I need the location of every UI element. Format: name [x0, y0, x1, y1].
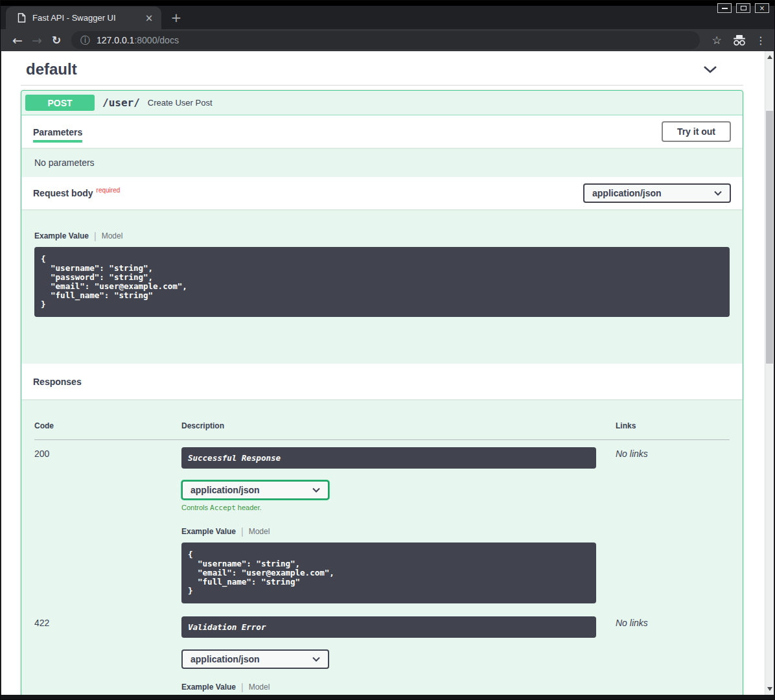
request-example-code: { "username": "string", "password": "str…: [34, 247, 730, 317]
method-badge: POST: [25, 95, 95, 111]
response-description-cell: Validation Error application/json Exampl…: [181, 616, 616, 695]
scroll-up-icon[interactable]: [767, 55, 772, 59]
tab-parameters[interactable]: Parameters: [33, 117, 82, 146]
note-suffix: header.: [236, 504, 262, 511]
minimize-icon: [722, 8, 728, 9]
response-description-bar: Validation Error: [181, 616, 596, 638]
operation-path: /user/: [102, 97, 140, 109]
response-links: No links: [616, 447, 730, 603]
column-description: Description: [181, 421, 616, 430]
column-code: Code: [34, 421, 181, 430]
request-body-header: Request bodyrequired application/json: [21, 177, 743, 209]
url-path: :8000/docs: [134, 35, 179, 45]
opblock-post-user: POST /user/ Create User Post Parameters …: [21, 90, 743, 695]
try-it-out-button[interactable]: Try it out: [662, 121, 731, 142]
tab-example-value[interactable]: Example Value: [181, 682, 236, 692]
tab-strip: Fast API - Swagger UI × + ×: [1, 1, 774, 29]
parameters-label: Parameters: [33, 127, 82, 137]
note-prefix: Controls: [181, 504, 210, 511]
site-info-icon[interactable]: ⓘ: [80, 34, 90, 47]
response-example-code: { "username": "string", "email": "user@e…: [181, 542, 596, 603]
browser-menu-icon[interactable]: ⋮: [754, 34, 767, 47]
tag-section-title: default: [26, 60, 77, 78]
tab-separator: |: [241, 526, 244, 537]
browser-tab[interactable]: Fast API - Swagger UI ×: [6, 6, 161, 29]
parameters-header: Parameters Try it out: [21, 115, 743, 148]
accept-media-type-select[interactable]: application/json: [181, 480, 329, 500]
new-tab-button[interactable]: +: [168, 9, 185, 26]
toolbar-actions: ☆ ⋮: [709, 34, 767, 47]
chevron-down-icon[interactable]: [703, 65, 717, 73]
browser-toolbar: ← → ↻ ⓘ 127.0.0.1 :8000/docs ☆ ⋮: [1, 29, 774, 51]
forward-icon[interactable]: →: [27, 34, 47, 47]
tab-separator: |: [241, 682, 244, 692]
request-media-type-value: application/json: [592, 188, 662, 198]
active-tab-underline: [33, 140, 82, 143]
response-code: 200: [34, 447, 181, 603]
accept-header-note: Controls Accept header.: [181, 504, 616, 512]
chevron-down-icon: [312, 487, 320, 493]
back-icon[interactable]: ←: [8, 34, 27, 47]
scroll-down-icon[interactable]: [767, 687, 772, 691]
tab-model[interactable]: Model: [102, 231, 123, 240]
response-row-422: 422 Validation Error application/json Ex…: [34, 603, 730, 695]
model-example-tabs: Example Value | Model: [181, 682, 616, 692]
response-links: No links: [616, 616, 730, 695]
response-code: 422: [34, 616, 181, 695]
minimize-button[interactable]: [717, 3, 732, 13]
scrollbar-thumb[interactable]: [766, 111, 773, 364]
operation-summary-text: Create User Post: [148, 98, 213, 108]
media-type-select[interactable]: application/json: [181, 649, 329, 669]
tab-separator: |: [94, 231, 97, 241]
chevron-down-icon: [714, 191, 722, 196]
browser-window: Fast API - Swagger UI × + × ← → ↻ ⓘ 127.…: [0, 0, 775, 700]
responses-title: Responses: [33, 377, 82, 387]
tab-model[interactable]: Model: [249, 527, 270, 536]
page-favicon-icon: [17, 13, 26, 23]
tab-close-icon[interactable]: ×: [143, 12, 155, 24]
chevron-down-icon: [312, 657, 320, 662]
reload-icon[interactable]: ↻: [47, 35, 66, 46]
accept-media-type-value: application/json: [191, 485, 260, 495]
note-accept-code: Accept: [210, 504, 236, 512]
close-button[interactable]: ×: [755, 3, 769, 13]
required-badge: required: [97, 187, 121, 194]
responses-table: Code Description Links 200 Successful Re…: [21, 399, 743, 695]
tab-model[interactable]: Model: [249, 682, 270, 692]
request-body-section: Example Value | Model { "username": "str…: [21, 209, 743, 364]
column-links: Links: [616, 421, 730, 430]
window-controls: ×: [717, 3, 769, 13]
bookmark-star-icon[interactable]: ☆: [709, 34, 724, 47]
operation-summary[interactable]: POST /user/ Create User Post: [21, 91, 743, 115]
request-body-title: Request body: [33, 188, 93, 198]
page-content: default POST /user/ Create User Post Par…: [1, 51, 765, 695]
response-description-cell: Successful Response application/json Con…: [181, 447, 616, 603]
no-parameters-text: No parameters: [21, 148, 743, 177]
response-row-200: 200 Successful Response application/json…: [34, 440, 730, 603]
tag-section-header[interactable]: default: [21, 59, 743, 86]
responses-table-head: Code Description Links: [34, 421, 730, 440]
model-example-tabs: Example Value | Model: [181, 526, 616, 537]
request-media-type-select[interactable]: application/json: [583, 183, 731, 203]
maximize-button[interactable]: [736, 3, 750, 13]
address-bar[interactable]: ⓘ 127.0.0.1 :8000/docs: [71, 31, 700, 49]
vertical-scrollbar[interactable]: [765, 51, 774, 695]
url-host: 127.0.0.1: [97, 35, 134, 45]
media-type-value: application/json: [191, 654, 260, 664]
tab-example-value[interactable]: Example Value: [181, 527, 236, 536]
response-description-bar: Successful Response: [181, 447, 596, 469]
incognito-icon: [731, 35, 748, 46]
window-bottom-edge: [1, 695, 774, 699]
spacer: [34, 317, 730, 364]
responses-header: Responses: [21, 364, 743, 399]
tab-example-value[interactable]: Example Value: [34, 231, 89, 240]
model-example-tabs: Example Value | Model: [34, 231, 730, 241]
maximize-icon: [741, 6, 746, 10]
tab-title: Fast API - Swagger UI: [32, 13, 143, 23]
